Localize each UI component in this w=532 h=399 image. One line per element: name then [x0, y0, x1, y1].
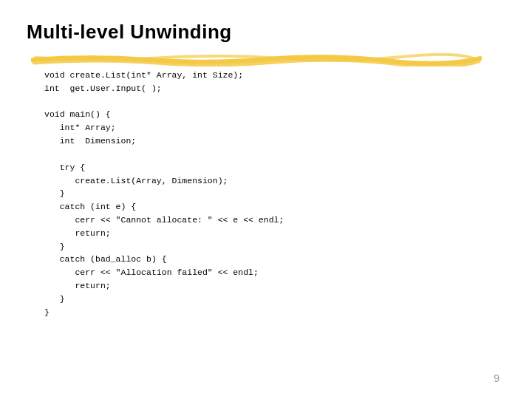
code-line: try {: [44, 163, 85, 172]
code-line: return;: [44, 228, 111, 238]
title-underline: [31, 53, 482, 66]
code-line: cerr << "Cannot allocate: " << e << endl…: [44, 215, 284, 225]
code-line: create.List(Array, Dimension);: [44, 176, 228, 185]
code-line: int get.User.Input( );: [44, 83, 162, 93]
code-line: void create.List(int* Array, int Size);: [44, 70, 243, 80]
code-line: cerr << "Allocation failed" << endl;: [44, 267, 259, 277]
code-line: int* Array;: [44, 123, 116, 132]
code-line: }: [44, 307, 50, 317]
slide-number: 9: [494, 372, 499, 384]
code-line: void main() {: [44, 109, 111, 119]
code-line: return;: [44, 281, 111, 290]
code-line: }: [44, 242, 65, 251]
code-line: catch (int e) {: [44, 202, 136, 211]
code-line: }: [44, 294, 65, 304]
code-line: }: [44, 188, 65, 198]
slide-title: Multi-level Unwinding: [27, 21, 532, 44]
code-line: int Dimension;: [44, 136, 136, 146]
code-line: catch (bad_alloc b) {: [44, 254, 167, 264]
code-block: void create.List(int* Array, int Size); …: [44, 69, 532, 318]
